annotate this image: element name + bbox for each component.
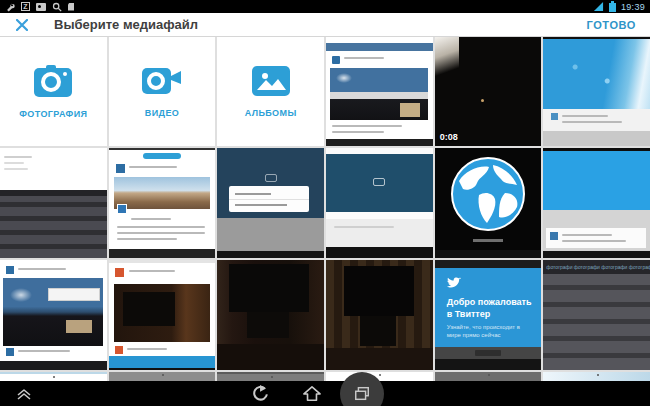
thumb-art — [332, 125, 402, 127]
media-tile-video[interactable]: 0:08 — [435, 37, 542, 146]
android-nav-bar — [0, 381, 650, 406]
wrench-icon — [5, 2, 15, 12]
media-tile-photo-tv-stand[interactable] — [326, 260, 433, 370]
thumb-art — [109, 148, 216, 150]
media-tile-partial[interactable] — [543, 372, 650, 381]
picker-toolbar: Выберите медиафайл ГОТОВО — [0, 13, 650, 37]
thumb-art — [53, 376, 55, 378]
thumb-art — [550, 232, 558, 240]
thumb-art — [109, 368, 216, 370]
thumb-art — [334, 226, 394, 228]
thumb-art — [543, 251, 650, 258]
thumb-art — [109, 249, 216, 258]
media-tile-screenshot-blue[interactable] — [543, 148, 650, 258]
thumb-art — [18, 350, 70, 352]
thumb-art — [10, 288, 32, 302]
camera-glyph — [373, 178, 385, 186]
media-tile-photo-tv-dark[interactable] — [217, 260, 324, 370]
thumb-art — [116, 164, 125, 173]
take-video-label: ВИДЕО — [145, 108, 179, 118]
thumb-art — [115, 346, 123, 354]
thumb-art — [48, 288, 100, 301]
thumb-art — [332, 131, 384, 133]
thumb-art — [235, 204, 287, 206]
media-tile-screenshot-tweet-room[interactable] — [109, 260, 216, 370]
gallery-icon — [252, 66, 290, 96]
media-tile-partial[interactable] — [435, 372, 542, 381]
media-tile-screenshot-sea[interactable] — [543, 37, 650, 146]
thumb-art — [235, 193, 271, 195]
thumb-art — [543, 109, 650, 131]
thumb-art — [117, 232, 205, 234]
hide-navbar-button[interactable] — [2, 381, 46, 406]
back-button[interactable] — [238, 381, 282, 406]
take-photo-button[interactable]: ФОТОГРАФИЯ — [0, 37, 107, 146]
media-tile-partial[interactable] — [0, 372, 107, 381]
storage-icon — [68, 3, 74, 11]
clock: 19:39 — [621, 2, 645, 12]
thumb-art — [109, 260, 216, 263]
media-tile-screenshot-camera[interactable] — [326, 148, 433, 258]
status-bar: Z 19:39 — [0, 0, 650, 13]
recents-button[interactable] — [340, 381, 384, 406]
thumb-art — [131, 218, 171, 220]
globe-icon — [449, 155, 527, 233]
search-icon — [52, 2, 62, 12]
media-tile-partial[interactable] — [109, 372, 216, 381]
welcome-title: Добро пожаловать в Твиттер — [447, 296, 539, 320]
media-tile-screenshot-dialog[interactable] — [217, 148, 324, 258]
thumb-art — [546, 228, 646, 248]
thumb-art — [562, 240, 626, 242]
thumb-art — [162, 374, 164, 376]
thumb-art — [435, 250, 542, 258]
thumb-art — [562, 121, 622, 123]
thumb-art — [435, 360, 542, 370]
media-tile-screenshot-tweet-sky[interactable] — [0, 260, 107, 370]
media-tile-screenshot-welcome[interactable]: Добро пожаловать в Твиттер Узнайте, что … — [435, 260, 542, 370]
thumb-art — [543, 151, 650, 210]
thumb-art — [435, 37, 459, 81]
media-tile-globe-image[interactable] — [435, 148, 542, 258]
thumb-art — [562, 115, 608, 117]
system-status-icons: 19:39 — [593, 2, 645, 12]
media-tile-screenshot-tweet[interactable] — [326, 37, 433, 146]
back-icon — [252, 385, 269, 402]
thumb-art — [562, 234, 612, 236]
thumb-art — [217, 344, 324, 370]
thumb-art — [217, 251, 324, 258]
thumb-art — [127, 348, 167, 350]
thumb-art — [117, 238, 177, 240]
thumb-art — [326, 348, 433, 370]
collapse-icon — [15, 387, 33, 401]
notification-icons: Z — [5, 2, 74, 12]
close-button[interactable] — [0, 13, 44, 37]
thumb-art — [336, 73, 352, 83]
close-icon — [16, 19, 28, 31]
battery-icon — [609, 2, 616, 12]
thumb-art — [117, 226, 205, 228]
thumb-art — [481, 99, 484, 102]
welcome-subtitle: Узнайте, что происходит в мире прямо сей… — [447, 323, 531, 339]
z-app-icon: Z — [21, 2, 30, 11]
home-button[interactable] — [290, 381, 334, 406]
thumb-art — [326, 212, 433, 219]
thumb-art — [475, 350, 501, 356]
thumb-art — [229, 199, 309, 200]
media-tile-partial[interactable] — [217, 372, 324, 381]
twitter-bird-icon — [447, 276, 461, 288]
thumb-art — [115, 268, 124, 277]
thumb-art — [117, 204, 127, 214]
done-button[interactable]: ГОТОВО — [587, 19, 636, 31]
albums-button[interactable]: АЛЬБОМЫ — [217, 37, 324, 146]
image-icon — [36, 3, 46, 11]
media-tile-screenshot-keyboard-suggestions[interactable]: фотографи фотографи фотографи фотографи — [543, 260, 650, 370]
take-video-button[interactable]: ВИДЕО — [109, 37, 216, 146]
thumb-art — [344, 266, 414, 316]
media-tile-screenshot-keyboard[interactable] — [0, 148, 107, 258]
thumb-art — [4, 162, 24, 164]
video-duration-badge: 0:08 — [440, 132, 458, 142]
thumb-art — [123, 292, 175, 326]
thumb-art — [271, 376, 273, 378]
media-tile-screenshot-tweet-canyon[interactable] — [109, 148, 216, 258]
thumb-art — [400, 103, 420, 117]
